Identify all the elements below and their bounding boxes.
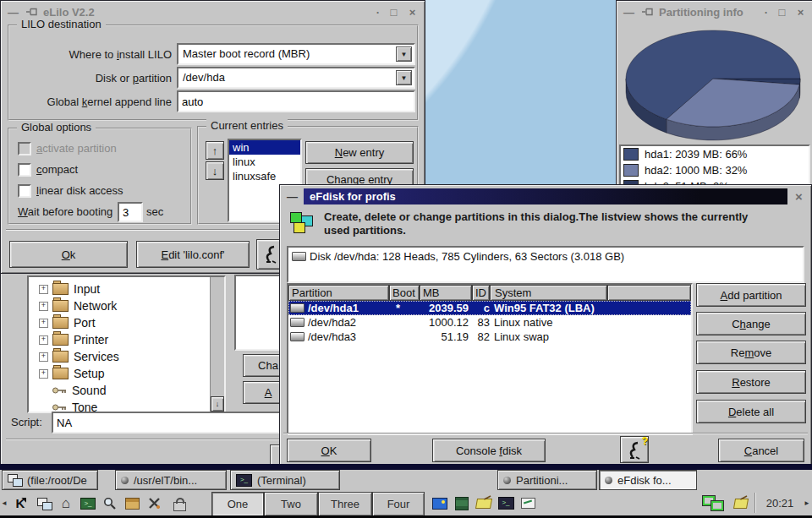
restore-button[interactable]: Restore [696,370,806,394]
col-id[interactable]: ID [472,285,490,301]
compact-checkbox[interactable] [18,163,31,177]
col-boot[interactable]: Boot [389,285,420,301]
minimize-icon[interactable]: — [622,6,636,19]
find-button[interactable] [100,492,120,515]
dropdown-arrow-icon[interactable]: ▼ [396,70,412,85]
tree-item-services[interactable]: +Services [39,348,224,365]
change-button[interactable]: Change [696,312,806,335]
ok-button[interactable]: Ok [9,241,128,268]
wait-field[interactable] [118,202,143,222]
append-input[interactable] [178,92,414,111]
package-button[interactable] [122,492,142,515]
tree-expander-icon[interactable]: + [39,285,48,294]
move-up-button[interactable]: ↑ [206,141,224,160]
clock: 20:21 [760,492,800,515]
panel-hide-left-button[interactable]: ◄ [0,492,8,515]
wait-input[interactable] [119,204,141,221]
file-cabinet-button[interactable] [452,492,472,515]
tree-item-input[interactable]: +Input [39,281,224,297]
network-monitor-tray[interactable] [700,492,729,515]
lock-screen-button[interactable] [169,492,189,515]
console-icon: >_ [80,498,96,510]
linear-disk-access-checkbox[interactable] [18,184,31,198]
close-icon[interactable]: × [792,190,806,203]
edit-lilo-conf-button[interactable]: Edit 'lilo.conf' [136,241,250,268]
cancel-button[interactable]: Cancel [718,439,804,462]
disk-combobox[interactable]: /dev/hda ▼ [177,67,415,89]
col-system[interactable]: System [490,285,607,301]
col-partition[interactable]: Partition [288,285,389,301]
tools-button[interactable] [144,492,164,515]
tree-expander-icon[interactable]: + [39,352,48,362]
close-icon[interactable]: × [405,6,420,19]
col-mb[interactable]: MB [420,285,472,301]
table-row[interactable]: /dev/hda3 51.19 82 Linux swap [288,330,691,344]
delete-all-button[interactable]: Delete all [696,400,806,423]
activate-partition-checkbox[interactable] [18,142,31,155]
window-list-button[interactable] [34,492,54,515]
terminal-launcher-button[interactable]: >_ [496,492,516,515]
taskbar-window-efdisk[interactable]: eFdisk fo... [599,470,697,490]
tree-expander-icon[interactable]: + [39,369,48,379]
tree-expander-icon[interactable]: + [39,302,48,311]
scroll-down-button[interactable]: ↓ [211,396,224,412]
minimize-icon[interactable]: — [285,190,299,203]
move-down-button[interactable]: ↓ [206,161,224,180]
window-title: eLilo V2.2 [43,6,370,19]
divider [6,439,285,440]
down-arrow-icon: ↓ [212,165,218,177]
notepad-icon [733,499,749,509]
list-item[interactable]: linux [229,155,300,169]
notes-button[interactable] [474,492,494,515]
tree-item-sound[interactable]: Sound [39,382,224,399]
script-field[interactable] [52,412,285,433]
home-button[interactable]: ⌂ [56,492,76,515]
help-book-button[interactable] [430,492,450,515]
minimize-icon[interactable]: — [6,6,20,19]
table-row[interactable]: /dev/hda2 1000.12 83 Linux native [288,315,691,330]
tray-notes-button[interactable] [731,492,751,515]
pager-desktop-one[interactable]: One [211,492,264,516]
menu-dot-icon[interactable]: · [374,6,382,19]
script-input[interactable] [53,413,283,432]
pin-icon[interactable] [640,6,655,19]
col-extra[interactable] [607,285,691,301]
pager-desktop-two[interactable]: Two [264,492,318,516]
close-icon[interactable]: × [793,6,808,19]
dropdown-arrow-icon[interactable]: ▼ [396,46,412,62]
new-entry-button[interactable]: New entry [305,141,414,164]
menu-dot-icon[interactable]: · [762,6,771,19]
panel-hide-right-button[interactable]: ► [803,492,811,515]
tree-item-printer[interactable]: +Printer [39,331,224,348]
tree-item-network[interactable]: +Network [39,297,224,314]
append-field[interactable] [177,90,415,112]
pager-desktop-three[interactable]: Three [318,492,372,516]
taskbar-window-terminal[interactable]: >_(Terminal) [230,470,340,490]
list-item[interactable]: linuxsafe [229,169,300,183]
taskbar-window-filemanager[interactable]: (file:/root/De [2,470,98,490]
tree-expander-icon[interactable]: + [39,335,48,345]
console-fdisk-button[interactable]: Console fdisk [432,439,546,462]
kde-menu-button[interactable]: K [10,492,30,515]
add-partition-button[interactable]: Add partition [696,283,806,307]
editor-button[interactable] [518,492,538,515]
tree-item-setup[interactable]: +Setup [39,365,224,382]
tree-item-port[interactable]: +Port [39,314,224,331]
tree-scrollbar[interactable]: ↓ [210,277,224,412]
down-arrow-icon: ↓ [216,400,220,408]
remove-button[interactable]: Remove [696,341,806,364]
tree-expander-icon[interactable]: + [39,319,48,328]
pager-desktop-four[interactable]: Four [372,492,425,516]
table-row[interactable]: /dev/hda1 * 2039.59 c Win95 FAT32 (LBA) [288,301,691,315]
help-penguin-button[interactable]: ? [620,436,649,463]
taskbar-window-partitioning[interactable]: Partitioni... [497,470,597,490]
install-combobox[interactable]: Master boot record (MBR) ▼ [177,43,415,65]
pin-icon[interactable] [25,6,39,19]
konsole-button[interactable]: >_ [78,492,98,515]
terminal-icon: >_ [236,474,252,487]
ok-button[interactable]: OK [287,439,371,462]
maximize-icon[interactable]: □ [775,6,789,19]
taskbar-window-usr-bin[interactable]: /usr/elT/bin... [115,470,227,490]
list-item[interactable]: win [229,140,300,155]
maximize-icon[interactable]: □ [387,6,401,19]
